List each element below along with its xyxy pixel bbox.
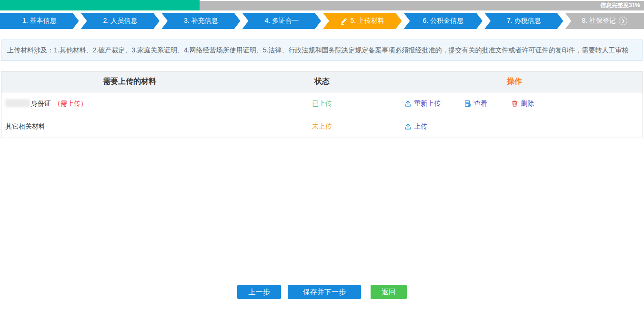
step-tab-4[interactable]: 4. 多证合一 bbox=[242, 13, 322, 29]
progress-fill bbox=[0, 0, 200, 10]
save-and-next-button[interactable]: 保存并下一步 bbox=[288, 285, 361, 299]
materials-table: 需要上传的材料 状态 操作 身份证（需上传）已上传重新上传查看删除其它相关材料未… bbox=[1, 71, 643, 138]
actions-cell: 重新上传查看删除 bbox=[386, 92, 643, 115]
step-tab-7[interactable]: 7. 办税信息 bbox=[484, 13, 564, 29]
circle-chevron-right-icon[interactable] bbox=[619, 17, 627, 25]
step-label: 2. 人员信息 bbox=[103, 17, 137, 25]
redacted-name bbox=[5, 99, 30, 107]
status-badge: 已上传 bbox=[312, 100, 332, 107]
action-view-link[interactable]: 查看 bbox=[464, 100, 487, 108]
action-label: 上传 bbox=[414, 122, 427, 131]
material-name-cell: 其它相关材料 bbox=[1, 115, 258, 138]
action-label: 删除 bbox=[521, 100, 534, 108]
delete-icon bbox=[511, 100, 518, 107]
step-label: 3. 补充信息 bbox=[184, 17, 218, 25]
status-cell: 已上传 bbox=[258, 92, 386, 115]
header-status: 状态 bbox=[258, 71, 386, 92]
actions-cell: 上传 bbox=[386, 115, 643, 138]
step-label: 8. 社保登记 bbox=[582, 17, 616, 25]
action-upload-link[interactable]: 上传 bbox=[404, 122, 427, 131]
action-label: 重新上传 bbox=[414, 100, 441, 108]
table-header-row: 需要上传的材料 状态 操作 bbox=[1, 71, 643, 92]
back-button[interactable]: 返回 bbox=[371, 285, 407, 299]
header-actions: 操作 bbox=[386, 71, 643, 92]
step-tab-8[interactable]: 8. 社保登记 bbox=[565, 13, 644, 29]
status-badge: 未上传 bbox=[312, 122, 332, 130]
header-material: 需要上传的材料 bbox=[1, 71, 258, 92]
completeness-progress-bar: 信息完整度31% bbox=[0, 0, 644, 10]
step-label: 1. 基本信息 bbox=[22, 17, 57, 25]
action-delete-link[interactable]: 删除 bbox=[511, 100, 534, 108]
status-cell: 未上传 bbox=[258, 115, 386, 138]
step-tab-1[interactable]: 1. 基本信息 bbox=[0, 13, 79, 29]
step-label: 5. 上传材料 bbox=[350, 17, 384, 25]
footer-buttons: 上一步 保存并下一步 返回 bbox=[0, 285, 644, 299]
step-tab-2[interactable]: 2. 人员信息 bbox=[81, 13, 160, 29]
view-icon bbox=[464, 100, 472, 107]
step-tab-6[interactable]: 6. 公积金信息 bbox=[404, 13, 483, 29]
pencil-icon bbox=[340, 18, 347, 25]
table-row: 身份证（需上传）已上传重新上传查看删除 bbox=[1, 92, 643, 115]
material-name-cell: 身份证（需上传） bbox=[1, 92, 258, 115]
step-tab-3[interactable]: 3. 补充信息 bbox=[161, 13, 241, 29]
step-label: 4. 多证合一 bbox=[264, 17, 299, 25]
material-name: 身份证 bbox=[31, 100, 51, 107]
material-name: 其它相关材料 bbox=[5, 122, 45, 130]
action-label: 查看 bbox=[474, 100, 487, 108]
previous-step-button[interactable]: 上一步 bbox=[237, 285, 281, 299]
required-tag: （需上传） bbox=[54, 100, 87, 107]
step-tab-5[interactable]: 5. 上传材料 bbox=[323, 13, 402, 29]
upload-icon bbox=[404, 123, 412, 130]
action-upload-link[interactable]: 重新上传 bbox=[404, 100, 441, 108]
step-label: 6. 公积金信息 bbox=[423, 17, 463, 25]
step-label: 7. 办税信息 bbox=[507, 17, 541, 25]
completeness-label: 信息完整度31% bbox=[600, 0, 640, 10]
table-row: 其它相关材料未上传上传 bbox=[1, 115, 643, 138]
step-wizard: 1. 基本信息2. 人员信息3. 补充信息4. 多证合一5. 上传材料6. 公积… bbox=[0, 13, 644, 29]
upload-notice: 上传材料涉及：1.其他材料、2.破产裁定、3.家庭关系证明、4.网络经营场所使用… bbox=[1, 40, 643, 61]
upload-icon bbox=[404, 100, 412, 107]
